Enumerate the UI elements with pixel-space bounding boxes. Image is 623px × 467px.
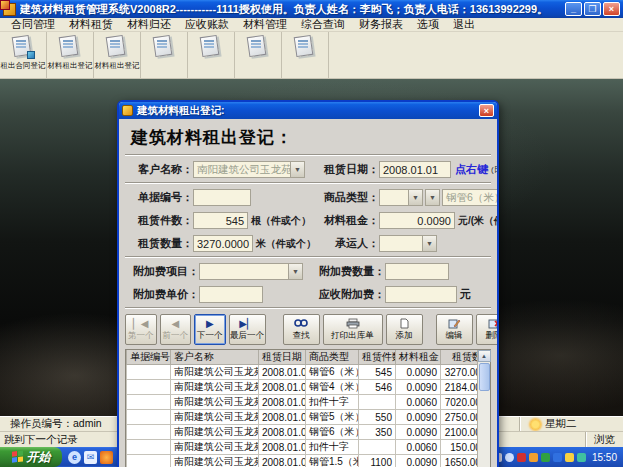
table-cell[interactable]: 0.0060	[396, 395, 441, 410]
table-cell[interactable]: 0.0090	[396, 425, 441, 440]
table-cell[interactable]: 南阳建筑公司玉龙苑工	[171, 380, 259, 395]
table-cell[interactable]: 0.0090	[396, 410, 441, 425]
dialog-close-icon[interactable]: ×	[479, 104, 494, 117]
table-cell[interactable]: 2750.0000	[441, 410, 478, 425]
find-button[interactable]: 查找	[283, 314, 320, 345]
table-cell[interactable]: 2008.01.01	[259, 380, 306, 395]
table-cell[interactable]	[359, 395, 396, 410]
product-group-combobox[interactable]: ▼	[379, 189, 423, 206]
table-cell[interactable]: 钢管6（米）	[306, 365, 359, 380]
rent-date-input[interactable]: 2008.01.01	[379, 161, 451, 178]
ie-icon[interactable]: e	[68, 451, 81, 464]
rent-price-input[interactable]: 0.0090	[379, 212, 455, 229]
table-cell[interactable]: 南阳建筑公司玉龙苑工	[171, 425, 259, 440]
table-cell[interactable]	[359, 440, 396, 455]
doc-no-input[interactable]	[193, 189, 251, 206]
table-cell[interactable]: 0.0090	[396, 455, 441, 467]
first-record-button[interactable]: ▏◀ 第一个	[125, 314, 157, 345]
menu-return[interactable]: 材料归还	[120, 17, 178, 32]
table-cell[interactable]: 0.0090	[396, 380, 441, 395]
table-cell[interactable]: 钢管5（米）	[306, 410, 359, 425]
table-cell[interactable]: 南阳建筑公司玉龙苑工	[171, 410, 259, 425]
table-cell[interactable]: 150.0000	[441, 440, 478, 455]
tray-icon-6[interactable]	[553, 453, 562, 462]
surcharge-qty-input[interactable]	[385, 263, 449, 280]
table-cell[interactable]: 2008.01.02	[259, 440, 306, 455]
table-row[interactable]: 南阳建筑公司玉龙苑工2008.01.02扣件十字0.0060150.0000	[127, 440, 478, 455]
table-cell[interactable]	[127, 380, 171, 395]
maximize-button[interactable]: ❐	[584, 2, 601, 16]
browser-icon[interactable]	[100, 451, 113, 464]
tray-icon-2[interactable]	[505, 453, 514, 462]
toolbar-material-return[interactable]: 材料租出登记	[94, 32, 141, 78]
table-cell[interactable]: 1100	[359, 455, 396, 467]
table-cell[interactable]: 2008.01.01	[259, 365, 306, 380]
column-header[interactable]: 租赁日期	[259, 350, 306, 365]
table-row[interactable]: 南阳建筑公司玉龙苑工2008.01.02钢管1.5（米）11000.009016…	[127, 455, 478, 467]
pieces-input[interactable]: 545	[193, 212, 248, 229]
table-cell[interactable]: 南阳建筑公司玉龙苑工	[171, 455, 259, 467]
table-cell[interactable]: 钢管4（米）	[306, 380, 359, 395]
table-row[interactable]: 南阳建筑公司玉龙苑工2008.01.01扣件十字0.00607020.0000	[127, 395, 478, 410]
toolbar-button-6[interactable]	[235, 32, 282, 78]
print-outbound-button[interactable]: 打印出库单	[323, 314, 383, 345]
table-cell[interactable]: 1650.0000	[441, 455, 478, 467]
table-cell[interactable]: 钢管6（米）	[306, 425, 359, 440]
quantity-input[interactable]: 3270.0000	[193, 235, 253, 252]
close-button[interactable]: ×	[603, 2, 620, 16]
table-cell[interactable]: 南阳建筑公司玉龙苑工	[171, 440, 259, 455]
tray-icon-5[interactable]	[541, 453, 550, 462]
table-cell[interactable]: 扣件十字	[306, 440, 359, 455]
menu-receivables[interactable]: 应收账款	[178, 17, 236, 32]
dialog-title-bar[interactable]: 建筑材料租出登记: ×	[119, 102, 497, 119]
table-cell[interactable]	[127, 410, 171, 425]
column-header[interactable]: 租赁件数	[359, 350, 396, 365]
table-cell[interactable]: 550	[359, 410, 396, 425]
column-header[interactable]: 租赁数量	[441, 350, 478, 365]
product-sub-combobox[interactable]: ▼	[425, 189, 440, 206]
column-header[interactable]: 客户名称	[171, 350, 259, 365]
tray-icon-3[interactable]	[517, 453, 526, 462]
column-header[interactable]: 商品类型	[306, 350, 359, 365]
menu-query[interactable]: 综合查询	[294, 17, 352, 32]
column-header[interactable]: 材料租金	[396, 350, 441, 365]
table-cell[interactable]: 545	[359, 365, 396, 380]
table-cell[interactable]	[127, 365, 171, 380]
table-row[interactable]: 南阳建筑公司玉龙苑工2008.01.01钢管5（米）5500.00902750.…	[127, 410, 478, 425]
delete-button[interactable]: 删除	[476, 314, 500, 345]
right-click-link[interactable]: 点右键	[455, 162, 488, 177]
table-row[interactable]: 南阳建筑公司玉龙苑工2008.01.01钢管6（米）5450.00903270.…	[127, 365, 478, 380]
surcharge-item-combobox[interactable]: ▼	[199, 263, 303, 280]
start-button[interactable]: 开始	[0, 447, 62, 467]
table-cell[interactable]	[127, 440, 171, 455]
menu-options[interactable]: 选项	[410, 17, 446, 32]
surcharge-price-input[interactable]	[199, 286, 263, 303]
menu-rent[interactable]: 材料租赁	[62, 17, 120, 32]
table-cell[interactable]	[127, 395, 171, 410]
add-button[interactable]: 添加	[386, 314, 423, 345]
table-cell[interactable]: 南阳建筑公司玉龙苑工	[171, 365, 259, 380]
table-cell[interactable]	[127, 455, 171, 467]
menu-materials[interactable]: 材料管理	[236, 17, 294, 32]
column-header[interactable]: 单据编号	[127, 350, 171, 365]
toolbar-material-rentout[interactable]: 材料租出登记	[47, 32, 94, 78]
table-cell[interactable]: 3270.0000	[441, 365, 478, 380]
toolbar-contract-register[interactable]: 租出合同登记	[0, 32, 47, 78]
menu-exit[interactable]: 退出	[446, 17, 482, 32]
toolbar-button-5[interactable]	[188, 32, 235, 78]
table-cell[interactable]: 扣件十字	[306, 395, 359, 410]
table-cell[interactable]: 2184.0000	[441, 380, 478, 395]
menu-reports[interactable]: 财务报表	[352, 17, 410, 32]
table-cell[interactable]: 钢管1.5（米）	[306, 455, 359, 467]
table-cell[interactable]: 2008.01.02	[259, 425, 306, 440]
table-cell[interactable]: 0.0060	[396, 440, 441, 455]
tray-icon-8[interactable]	[577, 453, 586, 462]
mail-icon[interactable]: ✉	[84, 451, 97, 464]
tray-icon-7[interactable]	[565, 453, 574, 462]
last-record-button[interactable]: ▶▏ 最后一个	[229, 314, 266, 345]
table-row[interactable]: 南阳建筑公司玉龙苑工2008.01.01钢管4（米）5460.00902184.…	[127, 380, 478, 395]
table-cell[interactable]: 350	[359, 425, 396, 440]
table-cell[interactable]: 0.0090	[396, 365, 441, 380]
product-type-combobox[interactable]: 钢管6（米） ▼	[442, 189, 499, 206]
table-cell[interactable]: 2100.0000	[441, 425, 478, 440]
